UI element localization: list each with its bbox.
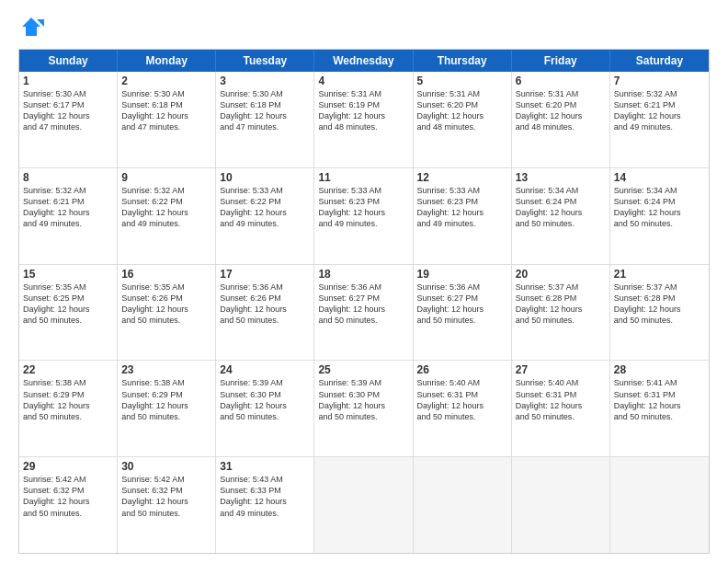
- day-info: Sunrise: 5:43 AM Sunset: 6:33 PM Dayligh…: [220, 474, 310, 519]
- day-info: Sunrise: 5:32 AM Sunset: 6:22 PM Dayligh…: [121, 185, 211, 230]
- calendar-header-monday: Monday: [118, 50, 216, 72]
- day-info: Sunrise: 5:38 AM Sunset: 6:29 PM Dayligh…: [121, 377, 211, 422]
- day-number: 4: [318, 75, 408, 87]
- calendar-body: 1Sunrise: 5:30 AM Sunset: 6:17 PM Daylig…: [19, 72, 709, 553]
- day-number: 21: [614, 268, 705, 281]
- logo: [18, 14, 46, 40]
- day-number: 25: [318, 363, 408, 376]
- calendar-week-1: 1Sunrise: 5:30 AM Sunset: 6:17 PM Daylig…: [19, 72, 709, 168]
- day-info: Sunrise: 5:30 AM Sunset: 6:18 PM Dayligh…: [121, 88, 211, 133]
- calendar-day-15: 15Sunrise: 5:35 AM Sunset: 6:25 PM Dayli…: [19, 265, 118, 361]
- day-info: Sunrise: 5:37 AM Sunset: 6:28 PM Dayligh…: [614, 282, 705, 327]
- calendar-day-20: 20Sunrise: 5:37 AM Sunset: 6:28 PM Dayli…: [512, 265, 610, 361]
- calendar-day-21: 21Sunrise: 5:37 AM Sunset: 6:28 PM Dayli…: [610, 265, 709, 361]
- day-number: 7: [614, 75, 705, 87]
- calendar-day-11: 11Sunrise: 5:33 AM Sunset: 6:23 PM Dayli…: [314, 168, 413, 264]
- day-info: Sunrise: 5:31 AM Sunset: 6:20 PM Dayligh…: [516, 88, 606, 133]
- day-info: Sunrise: 5:39 AM Sunset: 6:30 PM Dayligh…: [220, 377, 310, 422]
- day-number: 27: [516, 363, 606, 376]
- day-number: 22: [23, 363, 113, 376]
- calendar-day-17: 17Sunrise: 5:36 AM Sunset: 6:26 PM Dayli…: [216, 265, 314, 361]
- day-number: 5: [417, 75, 507, 87]
- day-info: Sunrise: 5:41 AM Sunset: 6:31 PM Dayligh…: [614, 377, 705, 422]
- day-number: 23: [121, 363, 211, 376]
- calendar-day-8: 8Sunrise: 5:32 AM Sunset: 6:21 PM Daylig…: [19, 168, 118, 264]
- day-info: Sunrise: 5:39 AM Sunset: 6:30 PM Dayligh…: [318, 377, 408, 422]
- calendar-day-2: 2Sunrise: 5:30 AM Sunset: 6:18 PM Daylig…: [118, 72, 216, 167]
- day-number: 16: [121, 268, 211, 281]
- day-info: Sunrise: 5:34 AM Sunset: 6:24 PM Dayligh…: [614, 185, 705, 230]
- day-info: Sunrise: 5:35 AM Sunset: 6:26 PM Dayligh…: [121, 282, 211, 327]
- logo-icon: [18, 14, 44, 40]
- calendar-day-25: 25Sunrise: 5:39 AM Sunset: 6:30 PM Dayli…: [314, 361, 413, 456]
- calendar-empty-cell: [610, 457, 709, 553]
- calendar-day-4: 4Sunrise: 5:31 AM Sunset: 6:19 PM Daylig…: [314, 72, 413, 167]
- day-number: 17: [220, 268, 310, 281]
- day-info: Sunrise: 5:36 AM Sunset: 6:27 PM Dayligh…: [318, 282, 408, 327]
- calendar-day-6: 6Sunrise: 5:31 AM Sunset: 6:20 PM Daylig…: [512, 72, 610, 167]
- calendar-day-29: 29Sunrise: 5:42 AM Sunset: 6:32 PM Dayli…: [19, 457, 118, 553]
- calendar-header-tuesday: Tuesday: [216, 50, 314, 72]
- day-info: Sunrise: 5:36 AM Sunset: 6:27 PM Dayligh…: [417, 282, 507, 327]
- day-number: 10: [220, 171, 310, 184]
- day-number: 9: [121, 171, 211, 184]
- day-number: 31: [220, 460, 310, 473]
- calendar-empty-cell: [314, 457, 413, 553]
- day-info: Sunrise: 5:31 AM Sunset: 6:19 PM Dayligh…: [318, 88, 408, 133]
- calendar-header-wednesday: Wednesday: [314, 50, 413, 72]
- calendar-week-2: 8Sunrise: 5:32 AM Sunset: 6:21 PM Daylig…: [19, 168, 709, 265]
- day-number: 26: [417, 363, 507, 376]
- day-info: Sunrise: 5:33 AM Sunset: 6:23 PM Dayligh…: [417, 185, 507, 230]
- header: [18, 14, 710, 40]
- calendar-header-friday: Friday: [512, 50, 610, 72]
- calendar-week-5: 29Sunrise: 5:42 AM Sunset: 6:32 PM Dayli…: [19, 457, 709, 553]
- day-info: Sunrise: 5:36 AM Sunset: 6:26 PM Dayligh…: [220, 282, 310, 327]
- day-info: Sunrise: 5:31 AM Sunset: 6:20 PM Dayligh…: [417, 88, 507, 133]
- calendar-header-saturday: Saturday: [610, 50, 709, 72]
- calendar-empty-cell: [414, 457, 512, 553]
- calendar-day-14: 14Sunrise: 5:34 AM Sunset: 6:24 PM Dayli…: [610, 168, 709, 264]
- day-number: 29: [23, 460, 113, 473]
- day-info: Sunrise: 5:37 AM Sunset: 6:28 PM Dayligh…: [516, 282, 606, 327]
- day-number: 28: [614, 363, 705, 376]
- calendar-day-12: 12Sunrise: 5:33 AM Sunset: 6:23 PM Dayli…: [414, 168, 512, 264]
- day-number: 20: [516, 268, 606, 281]
- day-info: Sunrise: 5:42 AM Sunset: 6:32 PM Dayligh…: [121, 474, 211, 519]
- page: SundayMondayTuesdayWednesdayThursdayFrid…: [0, 0, 728, 563]
- day-number: 11: [318, 171, 408, 184]
- day-number: 2: [121, 75, 211, 87]
- calendar-empty-cell: [512, 457, 610, 553]
- calendar-day-1: 1Sunrise: 5:30 AM Sunset: 6:17 PM Daylig…: [19, 72, 118, 167]
- calendar-day-16: 16Sunrise: 5:35 AM Sunset: 6:26 PM Dayli…: [118, 265, 216, 361]
- day-info: Sunrise: 5:35 AM Sunset: 6:25 PM Dayligh…: [23, 282, 113, 327]
- day-number: 14: [614, 171, 705, 184]
- day-info: Sunrise: 5:34 AM Sunset: 6:24 PM Dayligh…: [516, 185, 606, 230]
- calendar-day-5: 5Sunrise: 5:31 AM Sunset: 6:20 PM Daylig…: [414, 72, 512, 167]
- calendar-day-26: 26Sunrise: 5:40 AM Sunset: 6:31 PM Dayli…: [414, 361, 512, 456]
- day-info: Sunrise: 5:38 AM Sunset: 6:29 PM Dayligh…: [23, 377, 113, 422]
- day-info: Sunrise: 5:30 AM Sunset: 6:18 PM Dayligh…: [220, 88, 310, 133]
- day-info: Sunrise: 5:42 AM Sunset: 6:32 PM Dayligh…: [23, 474, 113, 519]
- calendar-day-3: 3Sunrise: 5:30 AM Sunset: 6:18 PM Daylig…: [216, 72, 314, 167]
- calendar-day-23: 23Sunrise: 5:38 AM Sunset: 6:29 PM Dayli…: [118, 361, 216, 456]
- day-number: 30: [121, 460, 211, 473]
- day-number: 24: [220, 363, 310, 376]
- calendar-week-3: 15Sunrise: 5:35 AM Sunset: 6:25 PM Dayli…: [19, 265, 709, 362]
- calendar-day-10: 10Sunrise: 5:33 AM Sunset: 6:22 PM Dayli…: [216, 168, 314, 264]
- calendar-day-28: 28Sunrise: 5:41 AM Sunset: 6:31 PM Dayli…: [610, 361, 709, 456]
- day-info: Sunrise: 5:30 AM Sunset: 6:17 PM Dayligh…: [23, 88, 113, 133]
- calendar-day-13: 13Sunrise: 5:34 AM Sunset: 6:24 PM Dayli…: [512, 168, 610, 264]
- day-info: Sunrise: 5:32 AM Sunset: 6:21 PM Dayligh…: [614, 88, 705, 133]
- day-number: 1: [23, 75, 113, 87]
- day-number: 12: [417, 171, 507, 184]
- calendar-header-row: SundayMondayTuesdayWednesdayThursdayFrid…: [19, 50, 709, 72]
- calendar-day-22: 22Sunrise: 5:38 AM Sunset: 6:29 PM Dayli…: [19, 361, 118, 456]
- calendar-day-9: 9Sunrise: 5:32 AM Sunset: 6:22 PM Daylig…: [118, 168, 216, 264]
- day-number: 6: [516, 75, 606, 87]
- calendar-day-18: 18Sunrise: 5:36 AM Sunset: 6:27 PM Dayli…: [314, 265, 413, 361]
- calendar-week-4: 22Sunrise: 5:38 AM Sunset: 6:29 PM Dayli…: [19, 361, 709, 457]
- calendar: SundayMondayTuesdayWednesdayThursdayFrid…: [18, 49, 710, 554]
- day-info: Sunrise: 5:33 AM Sunset: 6:23 PM Dayligh…: [318, 185, 408, 230]
- day-info: Sunrise: 5:32 AM Sunset: 6:21 PM Dayligh…: [23, 185, 113, 230]
- calendar-day-30: 30Sunrise: 5:42 AM Sunset: 6:32 PM Dayli…: [118, 457, 216, 553]
